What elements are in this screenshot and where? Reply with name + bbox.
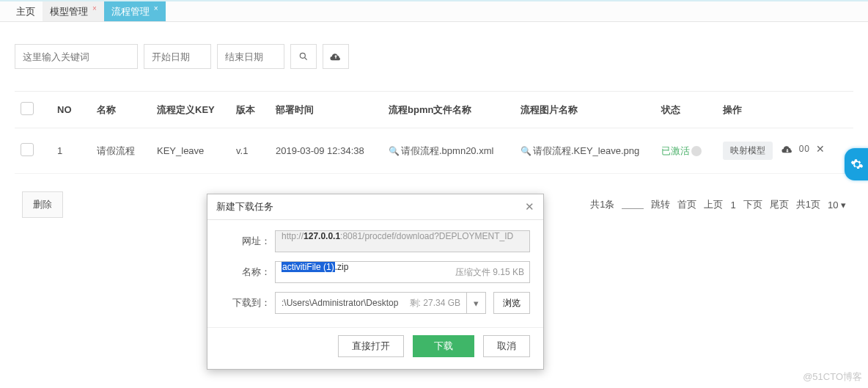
save-path-input[interactable]: :\Users\Administrator\Desktop 剩: 27.34 G… bbox=[275, 292, 467, 314]
close-icon[interactable]: ✕ bbox=[816, 143, 825, 155]
upload-button[interactable] bbox=[323, 44, 349, 69]
watermark: @51CTO博客 bbox=[803, 370, 862, 384]
tab-home[interactable]: 主页 bbox=[9, 1, 43, 21]
divider bbox=[622, 200, 644, 209]
pagination: 共1条 跳转 首页 上页 1 下页 尾页 共1页 10 ▾ bbox=[590, 198, 846, 211]
svg-line-1 bbox=[305, 58, 307, 60]
prev-page[interactable]: 上页 bbox=[704, 198, 723, 211]
table-row: 1 请假流程 KEY_leave v.1 2019-03-09 12:34:38… bbox=[15, 128, 853, 174]
col-ops: 操作 bbox=[717, 92, 853, 128]
col-no: NO bbox=[51, 92, 91, 128]
filter-bar bbox=[15, 44, 853, 69]
delete-button[interactable]: 删除 bbox=[22, 191, 63, 218]
total-count: 共1条 bbox=[590, 198, 614, 211]
svg-point-0 bbox=[300, 53, 305, 58]
cell-version: v.1 bbox=[230, 128, 270, 174]
start-date-input[interactable] bbox=[144, 44, 211, 69]
cell-status[interactable]: 已激活 bbox=[655, 128, 717, 174]
status-toggle[interactable] bbox=[691, 146, 702, 156]
close-icon[interactable]: × bbox=[154, 4, 158, 12]
cell-name: 请假流程 bbox=[91, 128, 151, 174]
close-icon[interactable]: ✕ bbox=[525, 200, 534, 213]
close-icon[interactable]: × bbox=[92, 4, 97, 12]
tab-model-manage[interactable]: 模型管理× bbox=[43, 1, 104, 21]
download-dialog: 新建下载任务 ✕ 网址： http://127.0.0.1:8081/procd… bbox=[207, 194, 544, 370]
col-name: 名称 bbox=[91, 92, 151, 128]
cell-image-link[interactable]: 🔍请假流程.KEY_leave.png bbox=[515, 128, 655, 174]
gear-icon bbox=[850, 158, 864, 171]
col-image: 流程图片名称 bbox=[515, 92, 655, 128]
disk-remaining: 剩: 27.34 GB bbox=[410, 297, 460, 310]
col-status: 状态 bbox=[655, 92, 717, 128]
pause-icon[interactable]: 00 bbox=[799, 144, 810, 154]
path-dropdown[interactable]: ▾ bbox=[467, 292, 486, 314]
url-label: 网址： bbox=[221, 235, 271, 248]
cloud-upload-icon bbox=[330, 51, 342, 62]
row-checkbox[interactable] bbox=[21, 143, 34, 156]
map-model-button[interactable]: 映射模型 bbox=[723, 142, 773, 160]
cancel-button[interactable]: 取消 bbox=[483, 335, 530, 357]
process-table: NO 名称 流程定义KEY 版本 部署时间 流程bpmn文件名称 流程图片名称 … bbox=[15, 91, 853, 174]
jump-label: 跳转 bbox=[651, 198, 670, 211]
search-icon bbox=[298, 51, 309, 62]
col-deploy-time: 部署时间 bbox=[270, 92, 383, 128]
cell-no: 1 bbox=[51, 128, 91, 174]
col-bpmn: 流程bpmn文件名称 bbox=[383, 92, 515, 128]
tab-process-manage[interactable]: 流程管理× bbox=[104, 1, 166, 21]
filename-label: 名称： bbox=[221, 266, 271, 279]
cloud-download-icon[interactable] bbox=[781, 144, 793, 153]
page-size-select[interactable]: 10 ▾ bbox=[828, 200, 846, 211]
keyword-input[interactable] bbox=[15, 44, 138, 69]
url-input[interactable]: http://127.0.0.1:8081/procdef/download?D… bbox=[275, 230, 530, 252]
cell-key: KEY_leave bbox=[151, 128, 230, 174]
first-page[interactable]: 首页 bbox=[677, 198, 696, 211]
settings-drawer-toggle[interactable] bbox=[845, 148, 868, 180]
cell-bpmn-link[interactable]: 🔍请假流程.bpmn20.xml bbox=[383, 128, 515, 174]
total-pages: 共1页 bbox=[796, 198, 820, 211]
search-button[interactable] bbox=[290, 44, 317, 69]
open-directly-button[interactable]: 直接打开 bbox=[338, 335, 404, 357]
download-button[interactable]: 下载 bbox=[413, 335, 474, 357]
tab-bar: 主页 模型管理× 流程管理× bbox=[0, 1, 868, 22]
select-all-checkbox[interactable] bbox=[21, 102, 34, 115]
saveto-label: 下载到： bbox=[221, 296, 271, 310]
filename-input[interactable]: activitiFile (1).zip bbox=[275, 261, 530, 283]
search-icon: 🔍 bbox=[389, 146, 400, 156]
col-key: 流程定义KEY bbox=[151, 92, 230, 128]
browse-button[interactable]: 浏览 bbox=[493, 292, 530, 314]
cell-deploy-time: 2019-03-09 12:34:38 bbox=[270, 128, 383, 174]
dialog-title: 新建下载任务 bbox=[216, 200, 273, 213]
next-page[interactable]: 下页 bbox=[743, 198, 762, 211]
end-date-input[interactable] bbox=[217, 44, 284, 69]
search-icon: 🔍 bbox=[521, 146, 532, 156]
current-page: 1 bbox=[730, 200, 735, 211]
last-page[interactable]: 尾页 bbox=[770, 198, 789, 211]
col-version: 版本 bbox=[230, 92, 270, 128]
